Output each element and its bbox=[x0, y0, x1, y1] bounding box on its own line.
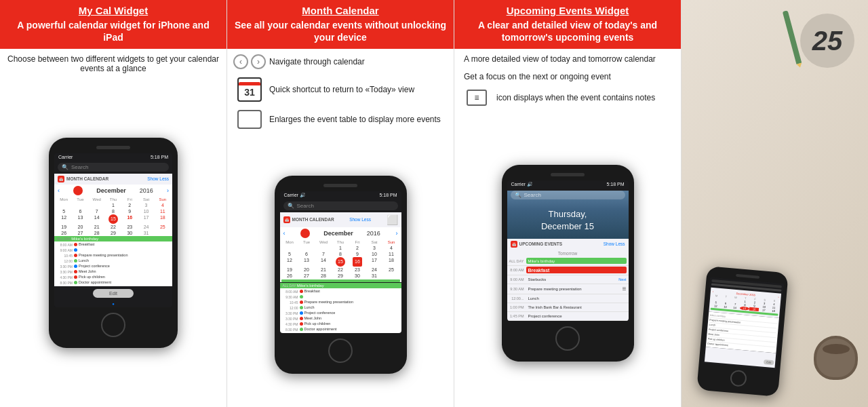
feature-notes-text: icon displays when the event contains no… bbox=[496, 93, 655, 102]
large-phone-decoration: ‹ December 2016 › MTWTFSS 1234 567891011 bbox=[696, 266, 788, 397]
event-list: 8:00 AM Breakfast 9:00 AM 10:45 Prepare … bbox=[54, 241, 172, 286]
section-photo: 25 ‹ December 2016 › bbox=[682, 0, 868, 407]
time-label: 5:18 PM bbox=[151, 155, 168, 159]
home-button-3[interactable] bbox=[555, 326, 580, 351]
edit-button[interactable]: Edit bbox=[93, 289, 134, 298]
large-phone-screen: ‹ December 2016 › MTWTFSS 1234 567891011 bbox=[703, 277, 785, 370]
calendar-header: ‹ December 2016 › bbox=[54, 185, 172, 197]
coffee-cup-decoration bbox=[814, 336, 865, 387]
cal-year: 2016 bbox=[140, 187, 153, 194]
day-tue: Tue bbox=[72, 197, 88, 201]
week3-row: 12 13 14 15 16 17 18 bbox=[54, 214, 172, 224]
widget-title-group-2: 📅 MONTH CALENDAR bbox=[283, 216, 334, 223]
section-my-cal: My Cal Widget A powerful calendar widget… bbox=[0, 0, 227, 407]
cal-next-2[interactable]: › bbox=[396, 230, 398, 237]
phone-speaker bbox=[96, 146, 130, 149]
days-2: MonTueWedThuFriSatSun bbox=[280, 239, 401, 245]
home-button-2[interactable] bbox=[328, 338, 353, 363]
large-phone-speaker bbox=[735, 274, 759, 279]
cal-grid-2: MonTueWedThuFriSatSun 1234 567891011 121… bbox=[280, 239, 401, 282]
search-placeholder-2: Search bbox=[297, 203, 314, 209]
search-bar-2[interactable]: 🔍 Search bbox=[283, 201, 398, 210]
cal-header-2: ‹ December 2016 › bbox=[280, 227, 401, 239]
feature-focus-text: Get a focus on the next or ongoing event bbox=[464, 72, 611, 81]
next-badge: Next bbox=[618, 277, 626, 282]
section1-title: My Cal Widget bbox=[7, 4, 220, 18]
section2-title: Month Calendar bbox=[234, 4, 447, 18]
section1-header: My Cal Widget A powerful calendar widget… bbox=[0, 0, 226, 49]
section1-subtitle: A powerful calendar widget for iPhone an… bbox=[7, 19, 220, 43]
widget-icon-2: 📅 bbox=[283, 216, 290, 223]
event-row: 3:30 PM Meet John bbox=[56, 269, 170, 274]
event-row: 3:30 PM Project conference bbox=[56, 264, 170, 269]
cal-month-2: December bbox=[323, 230, 353, 237]
upcoming-widget: 📅 UPCOMING EVENTS Show Less Tomorrow ALL… bbox=[507, 239, 629, 321]
next-arrow-icon: › bbox=[251, 54, 266, 69]
show-less-3[interactable]: Show Less bbox=[604, 241, 625, 246]
upcoming-bg: 🔍 Search Thursday, December 15 bbox=[507, 191, 629, 238]
cal-prev-2[interactable]: ‹ bbox=[283, 230, 285, 237]
upcoming-date-display: Thursday, December 15 bbox=[507, 201, 629, 238]
phone-speaker-2 bbox=[323, 184, 357, 187]
status-bar-2: Carrier 🔊 5:18 PM bbox=[280, 191, 401, 199]
week5-row: 26 27 28 29 30 31 bbox=[54, 230, 172, 236]
search-icon-3: 🔍 bbox=[515, 192, 521, 198]
feature-notes: ≡ icon displays when the event contains … bbox=[464, 90, 671, 106]
section1-phone: Carrier 5:18 PM 🔍 Search 📅 MONTH CALENDA… bbox=[49, 138, 178, 348]
week1-row: 1 2 3 4 bbox=[54, 202, 172, 208]
nav-arrows-icon: ‹ › bbox=[237, 54, 262, 69]
widget-label: MONTH CALENDAR bbox=[66, 176, 108, 181]
feature-expand-text: Enlarges the event table to display more… bbox=[269, 115, 441, 124]
search-bar-3[interactable]: 🔍 Search bbox=[511, 191, 625, 199]
home-button[interactable] bbox=[101, 313, 125, 337]
upcoming-event-meeting: 9:30 AM Prepare meeting presentation ≡ bbox=[507, 284, 629, 294]
section-month-cal: Month Calendar See all your calendar eve… bbox=[227, 0, 454, 407]
notes-icon: ≡ bbox=[467, 90, 487, 106]
day-mon: Mon bbox=[56, 197, 72, 201]
status-bar: Carrier 5:18 PM bbox=[54, 153, 172, 161]
carrier-3: Carrier 🔊 bbox=[511, 182, 533, 187]
day-sun: Sun bbox=[155, 197, 171, 201]
cal-nav-next[interactable]: › bbox=[167, 187, 169, 194]
feature-today-text: Quick shortcut to return to «Today» view bbox=[269, 85, 414, 94]
today-calendar-icon: 31 bbox=[237, 77, 262, 102]
search-icon: 🔍 bbox=[62, 164, 68, 170]
feature-navigate: ‹ › Navigate through calendar bbox=[237, 54, 444, 69]
week2-row: 5 6 7 8 9 10 11 bbox=[54, 208, 172, 214]
section2-header: Month Calendar See all your calendar eve… bbox=[227, 0, 454, 49]
expand-icon-wrap bbox=[237, 110, 262, 129]
event-row: 8:30 PM Doctor appointment bbox=[56, 280, 170, 285]
notes-icon-wrap: ≡ bbox=[464, 90, 490, 106]
upcoming-widget-title: 📅 UPCOMING EVENTS bbox=[511, 241, 563, 248]
section2-subtitle: See all your calendar events without unl… bbox=[234, 19, 447, 43]
event-list-2: 8:00 AMBreakfast 9:30 AM 10:45Prepare me… bbox=[280, 288, 401, 333]
event-row: 12:00 Lunch bbox=[56, 258, 170, 263]
section2-phone: Carrier 🔊 5:18 PM 🔍 Search 📅 MONTH CALEN… bbox=[275, 176, 407, 374]
upcoming-event-lunch: 12:00... Lunch bbox=[507, 294, 629, 303]
feature-navigate-text: Navigate through calendar bbox=[269, 57, 365, 66]
day-fri: Fri bbox=[121, 197, 138, 201]
section3-title: Upcoming Events Widget bbox=[461, 4, 674, 18]
show-less-btn[interactable]: Show Less bbox=[147, 176, 169, 181]
prev-arrow-icon: ‹ bbox=[233, 54, 248, 69]
upcoming-event-starbucks: 9:00 AM Starbucks Next bbox=[507, 275, 629, 284]
search-bar[interactable]: 🔍 Search bbox=[58, 163, 169, 172]
search-label-3: Search bbox=[524, 192, 541, 198]
week4-row: 19 20 21 22 23 24 25 bbox=[54, 224, 172, 230]
day-thu: Thu bbox=[105, 197, 121, 201]
cup-body bbox=[814, 336, 858, 380]
carrier-label: Carrier bbox=[58, 155, 73, 159]
event-row: 10:45 Prepare meeting presentation bbox=[56, 253, 170, 258]
expand-icon-2[interactable]: ⬜ bbox=[387, 214, 398, 225]
feature-today: 31 Quick shortcut to return to «Today» v… bbox=[237, 77, 444, 102]
cal-nav-prev[interactable]: ‹ bbox=[58, 187, 60, 194]
status-bar-3: Carrier 🔊 5:18 PM bbox=[507, 180, 629, 189]
carrier-2: Carrier 🔊 bbox=[284, 193, 306, 198]
show-less-2[interactable]: Show Less bbox=[349, 217, 371, 222]
calendar-grid: Mon Tue Wed Thu Fri Sat Sun 1 2 bbox=[54, 197, 172, 236]
large-phone-home bbox=[730, 370, 747, 387]
upcoming-event-project: 1:45 PM Project conference bbox=[507, 312, 629, 321]
phone-speaker-3 bbox=[551, 173, 585, 176]
widget-bar: 📅 MONTH CALENDAR Show Less bbox=[54, 174, 172, 185]
upcoming-event-breakfast: 8:00 AM Breakfast bbox=[507, 266, 629, 275]
